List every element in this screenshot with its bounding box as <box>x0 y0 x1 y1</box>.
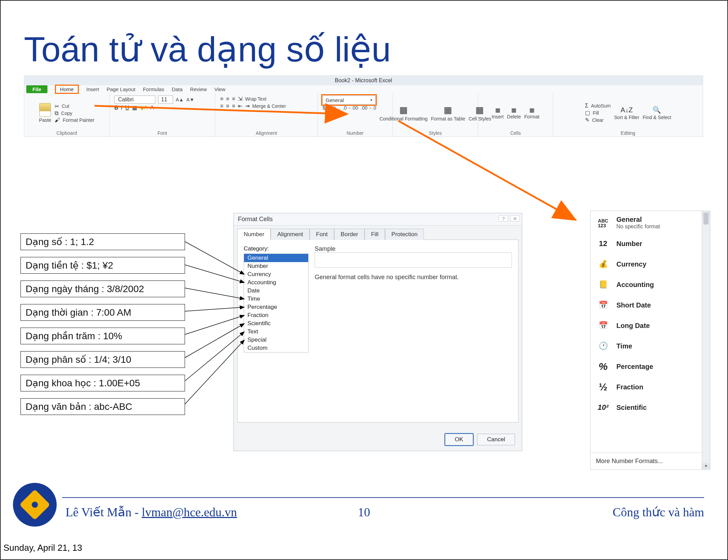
autosum-button[interactable]: AutoSum <box>591 103 611 109</box>
merge-center-button[interactable]: Merge & Center <box>252 103 286 109</box>
currency-icon[interactable]: $ ▾ <box>323 105 329 111</box>
format-cells-icon[interactable]: ▦ <box>529 107 534 113</box>
comma-icon[interactable]: , <box>339 105 340 111</box>
format-table-icon[interactable]: ▦ <box>444 105 452 115</box>
underline-button[interactable]: U <box>125 105 129 111</box>
cat-number[interactable]: Number <box>244 262 308 270</box>
cut-button[interactable]: Cut <box>62 103 69 109</box>
tab-review[interactable]: Review <box>190 86 207 92</box>
fmt-percentage[interactable]: % Percentage <box>590 356 710 377</box>
fmt-long-date[interactable]: 📅 Long Date <box>590 315 710 336</box>
copy-button[interactable]: Copy <box>61 111 72 116</box>
ribbon-body: Paste ✂Cut ⧉Copy 🖌Format Painter Clipboa… <box>24 94 703 137</box>
dialog-tab-number[interactable]: Number <box>237 229 271 240</box>
find-select-icon[interactable]: 🔍 <box>653 106 661 114</box>
cat-custom[interactable]: Custom <box>244 344 308 352</box>
dialog-tab-alignment[interactable]: Alignment <box>271 229 310 240</box>
fmt-fraction[interactable]: ½ Fraction <box>590 377 710 397</box>
align-top-icon[interactable]: ≡ <box>220 96 223 102</box>
format-button[interactable]: Format <box>524 114 539 119</box>
align-left-icon[interactable]: ≡ <box>220 103 223 109</box>
dialog-tab-protection[interactable]: Protection <box>385 229 424 240</box>
sort-filter-button[interactable]: Sort & Filter <box>614 115 639 120</box>
conditional-formatting-icon[interactable]: ▦ <box>399 105 408 115</box>
wrap-text-button[interactable]: Wrap Text <box>245 96 267 102</box>
format-as-table-button[interactable]: Format as Table <box>431 116 465 121</box>
insert-cells-icon[interactable]: ▦ <box>495 107 500 113</box>
number-format-value: General <box>326 97 344 103</box>
align-right-icon[interactable]: ≡ <box>232 103 235 109</box>
find-select-button[interactable]: Find & Select <box>643 115 671 120</box>
cat-general[interactable]: General <box>244 254 308 262</box>
footer-topic: Công thức và hàm <box>613 505 704 519</box>
category-list[interactable]: General Number Currency Accounting Date … <box>244 254 309 353</box>
tab-insert[interactable]: Insert <box>86 86 99 92</box>
font-name-dropdown[interactable]: Calibri <box>114 96 155 104</box>
ok-button[interactable]: OK <box>445 434 473 445</box>
cat-currency[interactable]: Currency <box>244 270 308 278</box>
tab-data[interactable]: Data <box>172 86 183 92</box>
cat-text[interactable]: Text <box>244 328 308 336</box>
font-color-button[interactable]: A <box>150 105 154 111</box>
cat-date[interactable]: Date <box>244 287 308 295</box>
fmt-item-sub: No specific format <box>616 224 660 230</box>
clear-button[interactable]: Clear <box>592 117 603 123</box>
inc-decimal-icon[interactable]: .0→.00 <box>343 105 358 111</box>
group-cells: ▦Insert ▦Delete ▦Format Cells <box>478 94 553 137</box>
fill-button[interactable]: Fill <box>593 110 599 116</box>
delete-cells-icon[interactable]: ▦ <box>511 107 516 113</box>
dialog-tab-font[interactable]: Font <box>310 229 334 240</box>
orientation-icon[interactable]: ⇲ <box>238 96 242 102</box>
dialog-tab-fill[interactable]: Fill <box>365 229 385 240</box>
sort-filter-icon[interactable]: A↓Z <box>620 106 633 114</box>
fmt-short-date[interactable]: 📅 Short Date <box>590 295 710 315</box>
tab-file[interactable]: File <box>26 85 47 93</box>
fmt-time[interactable]: 🕐 Time <box>590 336 710 356</box>
dialog-tab-border[interactable]: Border <box>334 229 365 240</box>
more-number-formats-link[interactable]: More Number Formats... <box>590 453 710 470</box>
cat-special[interactable]: Special <box>244 336 308 344</box>
increase-font-icon[interactable]: A▲ <box>176 97 184 102</box>
cat-time[interactable]: Time <box>244 295 308 303</box>
fmt-general[interactable]: ABC123 General No specific format <box>590 211 710 233</box>
tab-home[interactable]: Home <box>55 85 79 94</box>
percent-icon[interactable]: % <box>332 105 336 111</box>
fmt-number[interactable]: 12 Number <box>590 233 710 254</box>
conditional-formatting-button[interactable]: Conditional Formatting <box>380 116 428 121</box>
scroll-down-icon[interactable]: ▾ <box>702 463 710 470</box>
indent-inc-icon[interactable]: ⇥ <box>245 103 249 109</box>
dialog-buttons: OK Cancel <box>445 434 515 445</box>
italic-button[interactable]: I <box>121 105 123 111</box>
align-bottom-icon[interactable]: ≡ <box>232 96 235 102</box>
format-painter-button[interactable]: Format Painter <box>63 117 95 123</box>
dialog-help-icon[interactable]: ? <box>499 215 508 221</box>
fmt-scientific[interactable]: 10² Scientific <box>590 397 710 418</box>
dec-decimal-icon[interactable]: .00→.0 <box>361 105 376 111</box>
bold-button[interactable]: B <box>114 105 118 111</box>
insert-button[interactable]: Insert <box>492 114 504 119</box>
number-format-dropdown[interactable]: General ▾ <box>323 96 375 104</box>
cat-scientific[interactable]: Scientific <box>244 319 308 328</box>
delete-button[interactable]: Delete <box>507 114 521 119</box>
gallery-scrollbar[interactable]: ▴ ▾ <box>702 211 710 470</box>
tab-page-layout[interactable]: Page Layout <box>106 86 135 92</box>
tab-view[interactable]: View <box>214 86 225 92</box>
fill-color-button[interactable]: ◆A <box>140 104 148 111</box>
fmt-general-icon: ABC123 <box>595 216 612 231</box>
cancel-button[interactable]: Cancel <box>477 434 515 445</box>
tab-formulas[interactable]: Formulas <box>143 86 165 92</box>
align-middle-icon[interactable]: ≡ <box>226 96 229 102</box>
dialog-close-icon[interactable]: ✕ <box>510 215 520 221</box>
cat-accounting[interactable]: Accounting <box>244 278 308 287</box>
paste-button[interactable]: Paste <box>39 117 51 123</box>
fmt-currency[interactable]: 💰 Currency <box>590 254 710 274</box>
cat-fraction[interactable]: Fraction <box>244 311 308 319</box>
borders-button[interactable]: ▦ <box>132 104 137 111</box>
indent-dec-icon[interactable]: ⇤ <box>238 103 242 109</box>
decrease-font-icon[interactable]: A▼ <box>186 97 194 102</box>
scroll-thumb[interactable] <box>703 213 709 225</box>
cat-percentage[interactable]: Percentage <box>244 303 308 311</box>
fmt-accounting[interactable]: 📒 Accounting <box>590 274 710 295</box>
font-size-dropdown[interactable]: 11 <box>158 96 173 104</box>
align-center-icon[interactable]: ≡ <box>226 103 229 109</box>
